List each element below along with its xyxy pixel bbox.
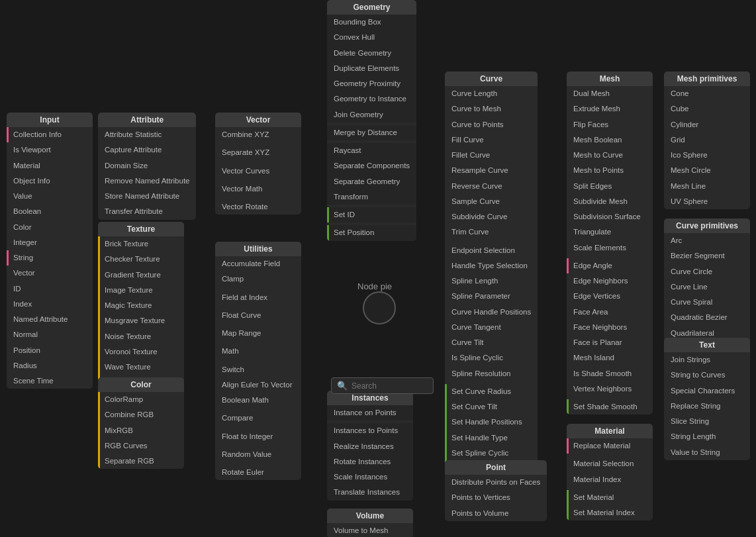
item-mesh-16[interactable]: Face Neighbors: [567, 320, 653, 335]
item-geometry-1[interactable]: Convex Hull: [327, 30, 416, 45]
item-curve_primitives-4[interactable]: Curve Spiral: [664, 295, 750, 310]
item-mesh-4[interactable]: Mesh to Curve: [567, 148, 653, 163]
item-curve-7[interactable]: Sample Curve: [445, 194, 538, 209]
item-curve-2[interactable]: Curve to Points: [445, 117, 538, 132]
item-texture-6[interactable]: Noise Texture: [98, 329, 184, 344]
item-mesh-17[interactable]: Face is Planar: [567, 335, 653, 350]
item-curve-22[interactable]: Set Curve Tilt: [445, 399, 538, 415]
item-texture-0[interactable]: Brick Texture: [98, 236, 184, 252]
item-mesh_primitives-5[interactable]: Mesh Circle: [664, 163, 750, 178]
item-curve-6[interactable]: Reverse Curve: [445, 179, 538, 194]
item-mesh-10[interactable]: Scale Elements: [567, 240, 653, 256]
item-geometry-15[interactable]: Set ID: [327, 207, 416, 222]
item-input-8[interactable]: String: [7, 250, 93, 266]
item-curve-21[interactable]: Set Curve Radius: [445, 384, 538, 399]
item-color-1[interactable]: Combine RGB: [98, 407, 184, 422]
item-input-15[interactable]: Radius: [7, 358, 93, 373]
item-input-14[interactable]: Position: [7, 343, 93, 358]
item-instances-0[interactable]: Instance on Points: [327, 405, 413, 420]
item-utilities-17[interactable]: Float to Integer: [215, 429, 301, 444]
item-utilities-21[interactable]: Rotate Euler: [215, 465, 301, 480]
item-mesh_primitives-1[interactable]: Cube: [664, 101, 750, 117]
item-mesh_primitives-6[interactable]: Mesh Line: [664, 179, 750, 194]
item-texture-8[interactable]: Wave Texture: [98, 360, 184, 375]
item-curve-25[interactable]: Set Spline Cyclic: [445, 446, 538, 461]
item-mesh-18[interactable]: Mesh Island: [567, 350, 653, 366]
item-text-4[interactable]: Slice String: [664, 414, 750, 429]
search-input[interactable]: [352, 381, 418, 391]
item-mesh-12[interactable]: Edge Angle: [567, 258, 653, 273]
item-material-6[interactable]: Set Material Index: [567, 505, 653, 520]
item-mesh-8[interactable]: Subdivision Surface: [567, 209, 653, 224]
item-texture-7[interactable]: Voronoi Texture: [98, 344, 184, 360]
item-input-4[interactable]: Value: [7, 189, 93, 204]
item-texture-5[interactable]: Musgrave Texture: [98, 313, 184, 328]
item-mesh-14[interactable]: Edge Vertices: [567, 289, 653, 304]
item-mesh_primitives-4[interactable]: Ico Sphere: [664, 148, 750, 163]
item-mesh-6[interactable]: Split Edges: [567, 179, 653, 194]
item-point-2[interactable]: Points to Volume: [445, 506, 547, 521]
item-geometry-0[interactable]: Bounding Box: [327, 15, 416, 30]
item-utilities-12[interactable]: Align Euler To Vector: [215, 377, 301, 393]
item-curve-18[interactable]: Is Spline Cyclic: [445, 350, 538, 366]
item-input-16[interactable]: Scene Time: [7, 373, 93, 389]
item-curve_primitives-2[interactable]: Curve Circle: [664, 264, 750, 279]
item-attribute-3[interactable]: Remove Named Attribute: [98, 173, 196, 189]
item-curve_primitives-0[interactable]: Arc: [664, 233, 750, 248]
item-mesh-3[interactable]: Mesh Boolean: [567, 132, 653, 148]
item-geometry-8[interactable]: Merge by Distance: [327, 125, 416, 140]
item-curve_primitives-1[interactable]: Bezier Segment: [664, 248, 750, 264]
item-point-1[interactable]: Points to Vertices: [445, 490, 547, 505]
item-vector-6[interactable]: Vector Math: [215, 181, 301, 197]
item-attribute-4[interactable]: Store Named Attribute: [98, 189, 196, 204]
item-input-2[interactable]: Material: [7, 158, 93, 173]
item-geometry-12[interactable]: Separate Geometry: [327, 174, 416, 189]
item-input-11[interactable]: Index: [7, 297, 93, 312]
item-input-6[interactable]: Color: [7, 220, 93, 235]
item-utilities-9[interactable]: Math: [215, 344, 301, 359]
item-curve-13[interactable]: Spline Length: [445, 273, 538, 289]
item-instances-5[interactable]: Scale Instances: [327, 469, 413, 485]
item-utilities-3[interactable]: Field at Index: [215, 290, 301, 305]
item-geometry-4[interactable]: Geometry Proximity: [327, 76, 416, 91]
item-input-12[interactable]: Named Attribute: [7, 312, 93, 327]
item-attribute-2[interactable]: Domain Size: [98, 158, 196, 173]
item-mesh-20[interactable]: Vertex Neighbors: [567, 381, 653, 397]
item-utilities-5[interactable]: Float Curve: [215, 308, 301, 323]
item-curve-0[interactable]: Curve Length: [445, 86, 538, 101]
item-material-2[interactable]: Material Selection: [567, 456, 653, 471]
item-attribute-0[interactable]: Attribute Statistic: [98, 127, 196, 142]
item-curve-15[interactable]: Curve Handle Positions: [445, 305, 538, 320]
item-input-1[interactable]: Is Viewport: [7, 142, 93, 158]
item-curve-3[interactable]: Fill Curve: [445, 132, 538, 148]
item-mesh_primitives-7[interactable]: UV Sphere: [664, 194, 750, 209]
item-input-5[interactable]: Boolean: [7, 204, 93, 219]
item-utilities-19[interactable]: Random Value: [215, 447, 301, 462]
item-input-10[interactable]: ID: [7, 281, 93, 297]
item-input-3[interactable]: Object Info: [7, 173, 93, 189]
item-mesh-13[interactable]: Edge Neighbors: [567, 273, 653, 289]
item-texture-3[interactable]: Image Texture: [98, 283, 184, 298]
item-geometry-11[interactable]: Separate Components: [327, 158, 416, 173]
item-curve-24[interactable]: Set Handle Type: [445, 430, 538, 446]
item-geometry-13[interactable]: Transform: [327, 189, 416, 205]
item-curve_primitives-3[interactable]: Curve Line: [664, 279, 750, 295]
item-color-3[interactable]: RGB Curves: [98, 438, 184, 454]
item-texture-4[interactable]: Magic Texture: [98, 298, 184, 313]
item-curve-11[interactable]: Endpoint Selection: [445, 243, 538, 258]
item-text-2[interactable]: Special Characters: [664, 383, 750, 399]
item-curve-14[interactable]: Spline Parameter: [445, 289, 538, 304]
item-geometry-10[interactable]: Raycast: [327, 143, 416, 158]
item-vector-0[interactable]: Combine XYZ: [215, 127, 301, 142]
item-mesh_primitives-0[interactable]: Cone: [664, 86, 750, 101]
item-texture-1[interactable]: Checker Texture: [98, 252, 184, 267]
item-mesh-7[interactable]: Subdivide Mesh: [567, 194, 653, 209]
item-text-5[interactable]: String Length: [664, 429, 750, 444]
item-text-3[interactable]: Replace String: [664, 399, 750, 414]
item-texture-2[interactable]: Gradient Texture: [98, 268, 184, 283]
item-curve-16[interactable]: Curve Tangent: [445, 320, 538, 335]
item-utilities-15[interactable]: Compare: [215, 411, 301, 426]
item-vector-2[interactable]: Separate XYZ: [215, 145, 301, 160]
item-vector-4[interactable]: Vector Curves: [215, 164, 301, 179]
item-curve-12[interactable]: Handle Type Selection: [445, 258, 538, 273]
